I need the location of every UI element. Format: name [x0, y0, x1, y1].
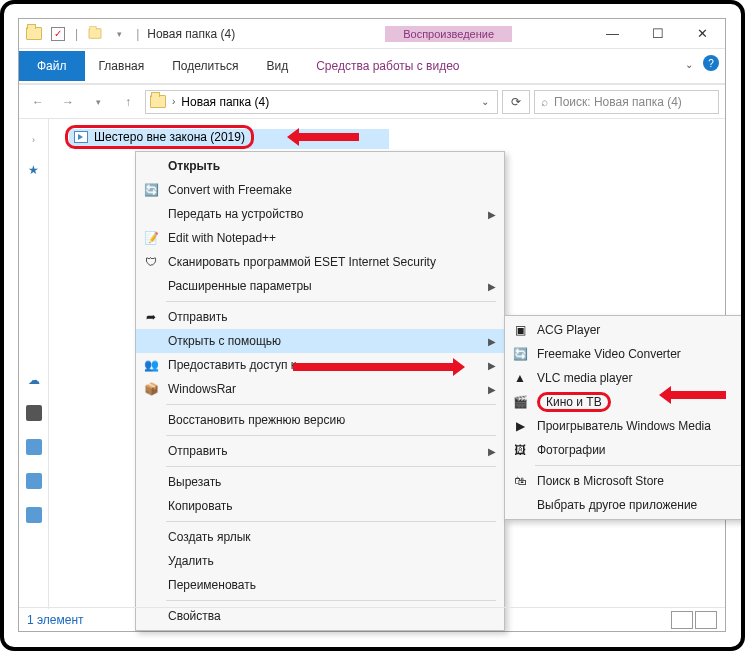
submenu-arrow-icon: ▶ — [488, 446, 496, 457]
context-menu-item[interactable]: Отправить▶ — [136, 439, 504, 463]
open-with-item[interactable]: ▶Проигрыватель Windows Media — [505, 414, 745, 438]
context-menu-item[interactable]: Переименовать — [136, 573, 504, 597]
open-with-item[interactable]: ▣ACG Player — [505, 318, 745, 342]
open-with-item[interactable]: 🛍Поиск в Microsoft Store — [505, 469, 745, 493]
address-dropdown-icon[interactable]: ⌄ — [477, 96, 493, 107]
up-button[interactable]: ↑ — [115, 90, 141, 114]
file-name: Шестеро вне закона (2019) — [94, 130, 245, 144]
submenu-arrow-icon: ▶ — [488, 384, 496, 395]
status-count: 1 элемент — [27, 613, 84, 627]
open-with-item[interactable]: Выбрать другое приложение — [505, 493, 745, 517]
context-menu-item[interactable]: 📦WindowsRar▶ — [136, 377, 504, 401]
drive-icon — [26, 507, 42, 523]
drive-icon — [26, 439, 42, 455]
tab-share[interactable]: Поделиться — [158, 51, 252, 81]
history-dropdown[interactable]: ▾ — [85, 90, 111, 114]
address-bar[interactable]: › Новая папка (4) ⌄ — [145, 90, 498, 114]
context-menu-item[interactable]: Открыть с помощью▶ — [136, 329, 504, 353]
props-qat-icon[interactable]: ✓ — [47, 23, 69, 45]
search-icon: ⌕ — [541, 95, 548, 109]
tutorial-arrow-icon — [671, 391, 726, 399]
context-menu-item[interactable]: 🛡Сканировать программой ESET Internet Se… — [136, 250, 504, 274]
submenu-arrow-icon: ▶ — [488, 336, 496, 347]
details-view-button[interactable] — [671, 611, 693, 629]
tab-home[interactable]: Главная — [85, 51, 159, 81]
close-button[interactable]: ✕ — [680, 19, 725, 49]
this-pc-icon — [26, 405, 42, 421]
open-with-item[interactable]: 🖼Фотографии — [505, 438, 745, 462]
tutorial-arrow-icon — [293, 363, 453, 371]
context-menu-item[interactable]: Восстановить прежнюю версию — [136, 408, 504, 432]
forward-button[interactable]: → — [55, 90, 81, 114]
tutorial-arrow-icon — [299, 133, 359, 141]
qat-dropdown-icon[interactable]: ▾ — [108, 23, 130, 45]
file-tab[interactable]: Файл — [19, 51, 85, 81]
submenu-arrow-icon: ▶ — [488, 360, 496, 371]
context-menu-item[interactable]: Передать на устройство▶ — [136, 202, 504, 226]
minimize-button[interactable]: — — [590, 19, 635, 49]
ribbon-expand-icon[interactable]: ⌄ — [681, 55, 697, 74]
submenu-arrow-icon: ▶ — [488, 209, 496, 220]
folder-icon-small — [84, 23, 106, 45]
open-with-submenu: ▣ACG Player🔄Freemake Video Converter▲VLC… — [504, 315, 745, 520]
contextual-tab-header: Воспроизведение — [385, 26, 512, 42]
context-menu-item[interactable]: Расширенные параметры▶ — [136, 274, 504, 298]
help-icon[interactable]: ? — [703, 55, 719, 71]
breadcrumb[interactable]: Новая папка (4) — [181, 95, 269, 109]
context-menu-item[interactable]: Копировать — [136, 494, 504, 518]
drive-icon — [26, 473, 42, 489]
context-menu-item[interactable]: 📝Edit with Notepad++ — [136, 226, 504, 250]
refresh-button[interactable]: ⟳ — [502, 90, 530, 114]
open-with-item[interactable]: ▲VLC media player — [505, 366, 745, 390]
icons-view-button[interactable] — [695, 611, 717, 629]
tutorial-highlight: Шестеро вне закона (2019) — [65, 125, 254, 149]
window-title: Новая папка (4) — [143, 27, 235, 41]
submenu-arrow-icon: ▶ — [488, 281, 496, 292]
onedrive-icon: ☁ — [28, 373, 40, 387]
context-menu-item[interactable]: Удалить — [136, 549, 504, 573]
context-menu-item[interactable]: Вырезать — [136, 470, 504, 494]
folder-icon — [150, 95, 166, 108]
context-menu-item[interactable]: Открыть — [136, 154, 504, 178]
context-menu-item[interactable]: 🔄Convert with Freemake — [136, 178, 504, 202]
quick-access-icon: ★ — [28, 163, 39, 177]
folder-icon — [23, 23, 45, 45]
maximize-button[interactable]: ☐ — [635, 19, 680, 49]
tab-view[interactable]: Вид — [252, 51, 302, 81]
quick-access-chevron-icon[interactable]: › — [32, 135, 35, 145]
open-with-item[interactable]: 🔄Freemake Video Converter — [505, 342, 745, 366]
back-button[interactable]: ← — [25, 90, 51, 114]
search-input[interactable]: ⌕ Поиск: Новая папка (4) — [534, 90, 719, 114]
context-menu-item[interactable]: ➦Отправить — [136, 305, 504, 329]
context-menu: Открыть🔄Convert with FreemakeПередать на… — [135, 151, 505, 631]
context-menu-item[interactable]: Создать ярлык — [136, 525, 504, 549]
tab-video-tools[interactable]: Средства работы с видео — [302, 51, 473, 81]
video-file-icon — [74, 131, 88, 143]
